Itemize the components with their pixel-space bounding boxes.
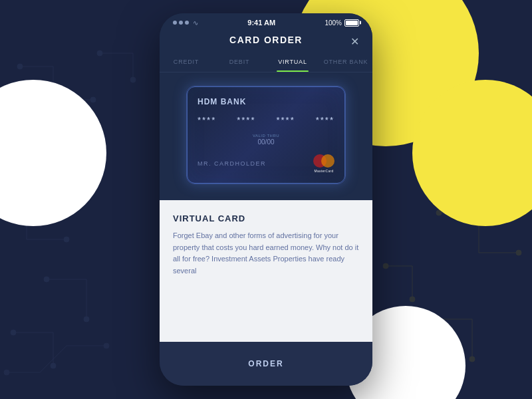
mc-label: MasterCard xyxy=(313,169,334,173)
order-button[interactable]: ORDER xyxy=(173,351,359,376)
phone-container: ∿ 9:41 AM 100% CARD ORDER ✕ CREDIT DEBIT xyxy=(160,13,372,386)
svg-point-39 xyxy=(516,250,521,255)
svg-point-47 xyxy=(469,356,475,362)
tab-debit[interactable]: DEBIT xyxy=(213,53,266,72)
card-bottom-row: MR. CARDHOLDER MasterCard xyxy=(198,154,334,173)
svg-point-24 xyxy=(97,51,102,56)
mc-circle-right xyxy=(321,154,334,168)
status-time: 9:41 AM xyxy=(247,19,275,27)
svg-point-42 xyxy=(383,263,388,269)
signal-indicators: ∿ xyxy=(173,19,198,27)
info-description: Forget Ebay and other forms of advertisi… xyxy=(173,230,359,277)
svg-point-21 xyxy=(51,363,56,368)
signal-dot-3 xyxy=(185,21,189,25)
svg-point-3 xyxy=(17,64,23,69)
card-valid-date: 00/00 xyxy=(198,138,334,146)
tab-navigation: CREDIT DEBIT VIRTUAL OTHER BANK xyxy=(160,53,372,72)
svg-point-20 xyxy=(11,330,16,335)
card-number-group-1: **** xyxy=(198,115,216,125)
tab-other-bank[interactable]: OTHER BANK xyxy=(319,53,372,72)
card-valid-area: VALID THRU 00/00 xyxy=(198,134,334,146)
svg-point-13 xyxy=(64,237,69,242)
signal-dot-1 xyxy=(173,21,177,25)
card-number-group-3: **** xyxy=(277,115,295,125)
svg-point-4 xyxy=(90,97,96,102)
card-valid-label: VALID THRU xyxy=(198,134,334,138)
header-title: CARD ORDER xyxy=(229,35,303,45)
battery-area: 100% xyxy=(325,19,359,27)
tab-credit[interactable]: CREDIT xyxy=(160,53,213,72)
info-title: VIRTUAL CARD xyxy=(173,213,359,223)
battery-percentage: 100% xyxy=(325,19,342,27)
signal-dot-2 xyxy=(179,21,183,25)
svg-point-16 xyxy=(44,277,49,282)
card-number-group-2: **** xyxy=(237,115,255,125)
svg-point-43 xyxy=(410,297,415,302)
svg-point-52 xyxy=(104,343,109,348)
battery-icon xyxy=(344,19,359,27)
card-number-row: **** **** **** **** xyxy=(198,115,334,125)
main-content: HDM BANK **** **** **** **** VALID THRU … xyxy=(160,72,372,342)
tab-virtual[interactable]: VIRTUAL xyxy=(266,53,319,72)
card-bank-name: HDM BANK xyxy=(198,97,334,106)
info-area: VIRTUAL CARD Forget Ebay and other forms… xyxy=(160,200,372,342)
svg-point-17 xyxy=(84,317,89,322)
card-holder-name: MR. CARDHOLDER xyxy=(198,160,266,167)
card-number-group-4: **** xyxy=(316,115,334,125)
status-bar: ∿ 9:41 AM 100% xyxy=(160,13,372,29)
svg-point-51 xyxy=(4,370,9,375)
virtual-card: HDM BANK **** **** **** **** VALID THRU … xyxy=(186,86,346,184)
wifi-icon: ∿ xyxy=(193,19,198,27)
close-button[interactable]: ✕ xyxy=(347,34,362,49)
order-button-container: ORDER xyxy=(160,342,372,386)
mastercard-logo: MasterCard xyxy=(313,154,334,173)
modal-header: CARD ORDER ✕ xyxy=(160,29,372,53)
svg-point-25 xyxy=(130,77,136,82)
card-area: HDM BANK **** **** **** **** VALID THRU … xyxy=(160,72,372,200)
